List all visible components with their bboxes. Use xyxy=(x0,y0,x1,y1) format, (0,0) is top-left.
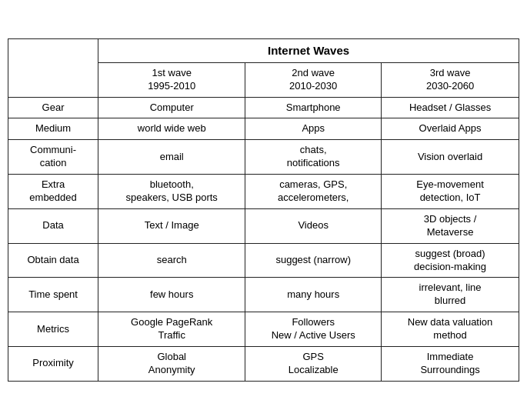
table-wrapper: Internet Waves 1st wave1995-2010 2nd wav… xyxy=(8,38,519,382)
cell-r7-c1: FollowersNew / Active Users xyxy=(245,312,382,347)
cell-r0-c2: Headset / Glasses xyxy=(382,97,519,118)
cell-r1-c2: Overlaid Apps xyxy=(382,118,519,140)
cell-r8-c0: GlobalAnonymity xyxy=(98,346,245,381)
cell-r1-c1: Apps xyxy=(245,118,382,140)
cell-r2-c0: email xyxy=(98,140,245,175)
table-row: DataText / ImageVideos3D objects /Metave… xyxy=(8,208,519,243)
row-label: Metrics xyxy=(8,312,98,347)
wave-2-header: 2nd wave2010-2030 xyxy=(245,62,382,97)
table-row: Mediumworld wide webAppsOverlaid Apps xyxy=(8,118,519,140)
cell-r2-c2: Vision overlaid xyxy=(382,140,519,175)
table-row: Communi-cationemailchats,notificationsVi… xyxy=(8,140,519,175)
table-row: MetricsGoogle PageRankTrafficFollowersNe… xyxy=(8,312,519,347)
table-row: ProximityGlobalAnonymityGPSLocalizableIm… xyxy=(8,346,519,381)
table-row: Time spentfew hoursmany hoursirrelevant,… xyxy=(8,278,519,312)
table-title: Internet Waves xyxy=(98,39,519,63)
cell-r5-c0: search xyxy=(98,243,245,278)
wave-1-header: 1st wave1995-2010 xyxy=(98,62,245,97)
cell-r1-c0: world wide web xyxy=(98,118,245,140)
cell-r2-c1: chats,notifications xyxy=(245,140,382,175)
title-row: Internet Waves xyxy=(8,39,519,63)
row-label: Time spent xyxy=(8,278,98,312)
row-label: Proximity xyxy=(8,346,98,381)
row-label: Communi-cation xyxy=(8,140,98,175)
empty-top-left xyxy=(8,39,98,97)
cell-r7-c2: New data valuationmethod xyxy=(382,312,519,347)
table-row: Obtain datasearchsuggest (narrow)suggest… xyxy=(8,243,519,278)
cell-r3-c0: bluetooth,speakers, USB ports xyxy=(98,175,245,209)
cell-r5-c1: suggest (narrow) xyxy=(245,243,382,278)
cell-r6-c2: irrelevant, lineblurred xyxy=(382,278,519,312)
cell-r8-c1: GPSLocalizable xyxy=(245,346,382,381)
cell-r3-c1: cameras, GPS,accelerometers, xyxy=(245,175,382,209)
cell-r4-c1: Videos xyxy=(245,208,382,243)
cell-r4-c2: 3D objects /Metaverse xyxy=(382,208,519,243)
cell-r6-c1: many hours xyxy=(245,278,382,312)
cell-r4-c0: Text / Image xyxy=(98,208,245,243)
table-row: Extraembeddedbluetooth,speakers, USB por… xyxy=(8,175,519,209)
internet-waves-table: Internet Waves 1st wave1995-2010 2nd wav… xyxy=(8,38,519,382)
wave-3-header: 3rd wave2030-2060 xyxy=(382,62,519,97)
row-label: Obtain data xyxy=(8,243,98,278)
cell-r5-c2: suggest (broad)decision-making xyxy=(382,243,519,278)
row-label: Data xyxy=(8,208,98,243)
row-label: Gear xyxy=(8,97,98,118)
row-label: Medium xyxy=(8,118,98,140)
cell-r6-c0: few hours xyxy=(98,278,245,312)
cell-r7-c0: Google PageRankTraffic xyxy=(98,312,245,347)
row-label: Extraembedded xyxy=(8,175,98,209)
cell-r0-c0: Computer xyxy=(98,97,245,118)
cell-r8-c2: ImmediateSurroundings xyxy=(382,346,519,381)
table-row: GearComputerSmartphoneHeadset / Glasses xyxy=(8,97,519,118)
cell-r0-c1: Smartphone xyxy=(245,97,382,118)
cell-r3-c2: Eye-movementdetection, IoT xyxy=(382,175,519,209)
